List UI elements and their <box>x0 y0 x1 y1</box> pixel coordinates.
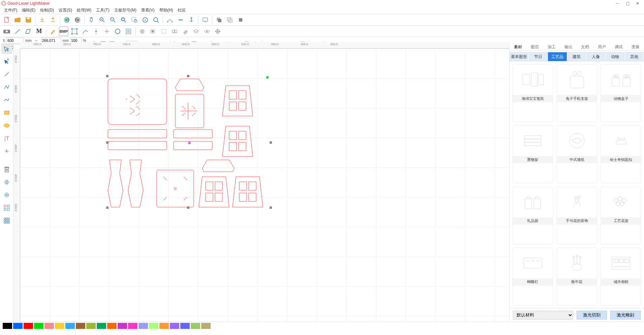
material-item[interactable]: 工艺花架 <box>601 187 641 244</box>
color-swatch[interactable] <box>180 323 190 329</box>
mirror-h-tool[interactable] <box>1 177 12 188</box>
close-button[interactable]: ✕ <box>633 0 643 7</box>
polyline-tool[interactable] <box>1 82 12 92</box>
curve-edit-button[interactable] <box>81 27 90 36</box>
zoom-selection-button[interactable] <box>130 15 139 25</box>
color-swatch[interactable] <box>24 323 33 329</box>
color-swatch[interactable] <box>107 323 117 329</box>
color-swatch[interactable] <box>55 323 64 329</box>
center-mark-button[interactable] <box>102 27 112 36</box>
curve-tool[interactable] <box>1 94 12 105</box>
laser-cut-button[interactable]: 激光切割 <box>577 311 607 319</box>
color-swatch[interactable] <box>170 323 179 329</box>
zoom-fit-button[interactable] <box>119 15 128 25</box>
material-select[interactable]: 默认材料 <box>513 311 573 319</box>
combine-button[interactable] <box>170 27 179 36</box>
color-swatch[interactable] <box>191 323 200 329</box>
single-solid-button[interactable] <box>236 15 245 25</box>
zoom-page-button[interactable] <box>151 15 161 25</box>
fill-circle-button[interactable] <box>137 27 147 36</box>
material-item[interactable]: 礼品袋 <box>512 187 553 244</box>
panel-tab[interactable]: 素材 <box>510 42 526 52</box>
panel-tab[interactable]: 输出 <box>560 42 577 52</box>
color-swatch[interactable] <box>13 323 23 329</box>
camera-button[interactable] <box>2 27 11 36</box>
minimize-button[interactable]: ─ <box>612 0 622 7</box>
array-tool[interactable] <box>1 202 12 213</box>
material-item[interactable]: 手与花的装饰 <box>556 187 597 244</box>
node-tool[interactable] <box>1 56 12 67</box>
material-item[interactable]: 瓶中花 <box>556 248 597 305</box>
pen-tool-button[interactable] <box>48 27 58 36</box>
mirror-v-tool[interactable] <box>1 190 12 200</box>
category-tab[interactable]: 节日 <box>529 52 548 61</box>
menu-item[interactable]: 帮助(H) <box>157 7 175 14</box>
settings-button[interactable] <box>213 27 222 36</box>
category-tab[interactable]: 建筑 <box>567 52 586 61</box>
node-edit-button[interactable] <box>165 15 175 25</box>
material-item[interactable]: 动物盒子 <box>601 64 641 122</box>
bmp-button[interactable]: BMP <box>59 27 68 36</box>
bounding-box-button[interactable] <box>70 27 79 36</box>
select-tool[interactable] <box>1 43 12 54</box>
color-swatch[interactable] <box>118 323 127 329</box>
skew-button[interactable] <box>24 27 33 36</box>
display-button[interactable] <box>201 15 210 25</box>
pan-button[interactable] <box>87 15 96 25</box>
panel-tab[interactable]: 加工 <box>543 42 560 52</box>
color-swatch[interactable] <box>34 323 43 329</box>
menu-item[interactable]: 查看(V) <box>139 7 157 14</box>
group-outline-button[interactable] <box>225 15 235 25</box>
laser-engrave-button[interactable]: 激光雕刻 <box>610 311 641 319</box>
menu-item[interactable]: 处理(W) <box>75 7 93 14</box>
material-item[interactable]: 哈士奇钥匙扣 <box>601 125 641 183</box>
snap-point-button[interactable] <box>91 27 101 36</box>
zoom-out-button[interactable] <box>108 15 118 25</box>
category-tab[interactable]: 人像 <box>586 52 606 61</box>
group-solid-button[interactable] <box>214 15 224 25</box>
color-swatch[interactable] <box>86 323 96 329</box>
rect-dashed-button[interactable] <box>159 27 168 36</box>
undo-button[interactable] <box>62 15 71 25</box>
menu-item[interactable]: 文件(F) <box>2 7 19 14</box>
category-tab[interactable]: 动物 <box>606 52 625 61</box>
list-button[interactable] <box>124 27 133 36</box>
save-file-button[interactable] <box>24 15 33 25</box>
color-swatch[interactable] <box>128 323 137 329</box>
visibility-button[interactable] <box>202 27 212 36</box>
grid-array-tool[interactable] <box>1 215 12 226</box>
text-tool[interactable]: |T <box>1 133 12 144</box>
ellipse-tool[interactable] <box>1 120 12 131</box>
panel-tab[interactable]: 图层 <box>526 42 543 52</box>
menu-item[interactable]: 设置(S) <box>57 7 74 14</box>
record-button[interactable] <box>148 27 158 36</box>
circle-tool-button[interactable] <box>113 27 122 36</box>
open-file-button[interactable] <box>13 15 22 25</box>
menu-item[interactable]: 社区 <box>176 7 188 14</box>
break-path-button[interactable] <box>176 15 185 25</box>
line-tool[interactable] <box>1 69 12 80</box>
material-item[interactable]: 蝴蝶灯 <box>512 248 553 305</box>
menu-item[interactable]: 主板型号(M) <box>112 7 139 14</box>
measure-button[interactable] <box>13 27 22 36</box>
new-file-button[interactable] <box>2 15 11 25</box>
color-swatch[interactable] <box>149 323 158 329</box>
material-item[interactable]: 兔子手机支架 <box>556 64 597 122</box>
panel-tab[interactable]: 文档 <box>577 42 594 52</box>
menu-item[interactable]: 绘制(D) <box>38 7 56 14</box>
point-tool[interactable] <box>1 146 12 157</box>
export-button[interactable] <box>48 15 58 25</box>
color-swatch[interactable] <box>65 323 75 329</box>
canvas[interactable]: ✱ <box>20 49 509 322</box>
text-m-button[interactable]: M <box>34 27 44 36</box>
category-tab[interactable]: 基本图形 <box>510 52 529 61</box>
material-item[interactable]: 中式墙纸 <box>556 125 597 183</box>
zoom-in-button[interactable] <box>97 15 107 25</box>
panel-tab[interactable]: 变换 <box>627 42 644 52</box>
layer-button[interactable] <box>191 27 201 36</box>
maximize-button[interactable]: ▢ <box>622 0 633 7</box>
eraser-button[interactable] <box>181 27 190 36</box>
delete-tool[interactable] <box>1 164 12 175</box>
color-swatch[interactable] <box>159 323 169 329</box>
menu-item[interactable]: 编辑(E) <box>20 7 37 14</box>
